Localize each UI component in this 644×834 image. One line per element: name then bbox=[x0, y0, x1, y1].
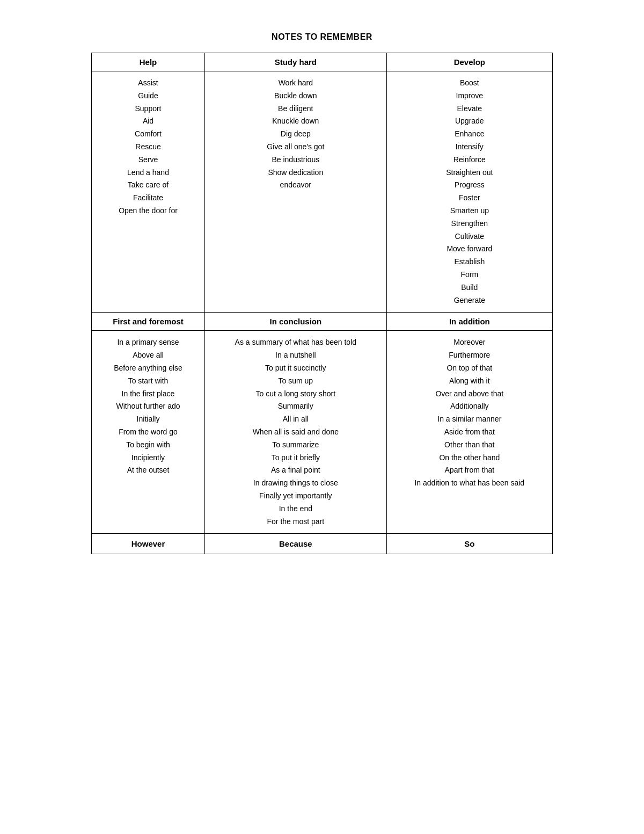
list-item: On the other hand bbox=[393, 452, 546, 465]
list-item: Open the door for bbox=[98, 205, 198, 217]
list-item: Cultivate bbox=[393, 230, 546, 243]
list-item: Over and above that bbox=[393, 388, 546, 401]
list-item: To begin with bbox=[98, 439, 198, 452]
list-item: To summarize bbox=[211, 439, 380, 452]
list-item: To sum up bbox=[211, 375, 380, 388]
list-item: As a final point bbox=[211, 464, 380, 477]
list-item: All in all bbox=[211, 413, 380, 426]
list-item: Facilitate bbox=[98, 192, 198, 205]
list-item: To cut a long story short bbox=[211, 388, 380, 401]
list-item: Boost bbox=[393, 77, 546, 90]
list-item: Improve bbox=[393, 90, 546, 103]
list-item: For the most part bbox=[211, 516, 380, 528]
list-item: Other than that bbox=[393, 439, 546, 452]
list-item: Establish bbox=[393, 256, 546, 269]
data-row-2: In a primary sense Above all Before anyt… bbox=[92, 331, 553, 534]
col-header-conclusion: In conclusion bbox=[205, 313, 387, 331]
cell-help: Assist Guide Support Aid Comfort Rescue … bbox=[92, 71, 205, 313]
list-item: endeavor bbox=[211, 179, 380, 192]
list-item: Straighten out bbox=[393, 166, 546, 179]
list-item: At the outset bbox=[98, 464, 198, 477]
cell-develop: Boost Improve Elevate Upgrade Enhance In… bbox=[386, 71, 552, 313]
list-item: When all is said and done bbox=[211, 426, 380, 439]
header-row-2: First and foremost In conclusion In addi… bbox=[92, 313, 553, 331]
cell-first: In a primary sense Above all Before anyt… bbox=[92, 331, 205, 534]
list-item: To put it briefly bbox=[211, 452, 380, 465]
list-item: Guide bbox=[98, 90, 198, 103]
list-item: Moreover bbox=[393, 336, 546, 349]
list-item: Lend a hand bbox=[98, 166, 198, 179]
list-item: Furthermore bbox=[393, 349, 546, 362]
list-item: Take care of bbox=[98, 179, 198, 192]
list-item: Smarten up bbox=[393, 205, 546, 217]
list-item: Knuckle down bbox=[211, 115, 380, 128]
col-header-develop: Develop bbox=[386, 53, 552, 71]
list-item: In addition to what has been said bbox=[393, 477, 546, 490]
list-item: As a summary of what has been told bbox=[211, 336, 380, 349]
list-item: Move forward bbox=[393, 243, 546, 256]
list-item: In a nutshell bbox=[211, 349, 380, 362]
list-item: Along with it bbox=[393, 375, 546, 388]
cell-conclusion: As a summary of what has been told In a … bbox=[205, 331, 387, 534]
list-item: Aid bbox=[98, 115, 198, 128]
list-item: In the first place bbox=[98, 388, 198, 401]
list-item: Show dedication bbox=[211, 166, 380, 179]
data-row-1: Assist Guide Support Aid Comfort Rescue … bbox=[92, 71, 553, 313]
header-row-1: Help Study hard Develop bbox=[92, 53, 553, 71]
list-item: Strengthen bbox=[393, 217, 546, 230]
list-item: Be industrious bbox=[211, 154, 380, 166]
list-item: Serve bbox=[98, 154, 198, 166]
list-item: Intensify bbox=[393, 141, 546, 154]
list-item: Enhance bbox=[393, 128, 546, 141]
col-header-first: First and foremost bbox=[92, 313, 205, 331]
list-item: In a primary sense bbox=[98, 336, 198, 349]
col-header-addition: In addition bbox=[386, 313, 552, 331]
col-header-help: Help bbox=[92, 53, 205, 71]
list-item: Incipiently bbox=[98, 452, 198, 465]
list-item: Progress bbox=[393, 179, 546, 192]
list-item: Form bbox=[393, 269, 546, 281]
list-item: Before anything else bbox=[98, 362, 198, 375]
list-item: Generate bbox=[393, 294, 546, 307]
list-item: Support bbox=[98, 103, 198, 115]
list-item: In drawing things to close bbox=[211, 477, 380, 490]
list-item: Above all bbox=[98, 349, 198, 362]
list-item: Comfort bbox=[98, 128, 198, 141]
main-table: Help Study hard Develop Assist Guide Sup… bbox=[91, 53, 553, 554]
list-item: Work hard bbox=[211, 77, 380, 90]
list-item: On top of that bbox=[393, 362, 546, 375]
list-item: To start with bbox=[98, 375, 198, 388]
footer-however: However bbox=[92, 534, 205, 554]
list-item: Dig deep bbox=[211, 128, 380, 141]
cell-study: Work hard Buckle down Be diligent Knuckl… bbox=[205, 71, 387, 313]
list-item: Assist bbox=[98, 77, 198, 90]
list-item: Elevate bbox=[393, 103, 546, 115]
list-item: Summarily bbox=[211, 400, 380, 413]
list-item: Buckle down bbox=[211, 90, 380, 103]
list-item: Build bbox=[393, 281, 546, 294]
list-item: To put it succinctly bbox=[211, 362, 380, 375]
list-item: In a similar manner bbox=[393, 413, 546, 426]
list-item: Be diligent bbox=[211, 103, 380, 115]
list-item: Apart from that bbox=[393, 464, 546, 477]
list-item: In the end bbox=[211, 503, 380, 516]
cell-addition: Moreover Furthermore On top of that Alon… bbox=[386, 331, 552, 534]
footer-because: Because bbox=[205, 534, 387, 554]
list-item: From the word go bbox=[98, 426, 198, 439]
page-title: NOTES TO REMEMBER bbox=[272, 32, 372, 42]
list-item: Without further ado bbox=[98, 400, 198, 413]
list-item: Upgrade bbox=[393, 115, 546, 128]
list-item: Foster bbox=[393, 192, 546, 205]
col-header-study: Study hard bbox=[205, 53, 387, 71]
page-container: NOTES TO REMEMBER Help Study hard Develo… bbox=[91, 32, 553, 554]
list-item: Finally yet importantly bbox=[211, 490, 380, 503]
list-item: Give all one's got bbox=[211, 141, 380, 154]
list-item: Additionally bbox=[393, 400, 546, 413]
list-item: Initially bbox=[98, 413, 198, 426]
footer-so: So bbox=[386, 534, 552, 554]
list-item: Reinforce bbox=[393, 154, 546, 166]
list-item: Aside from that bbox=[393, 426, 546, 439]
footer-row: However Because So bbox=[92, 534, 553, 554]
list-item: Rescue bbox=[98, 141, 198, 154]
